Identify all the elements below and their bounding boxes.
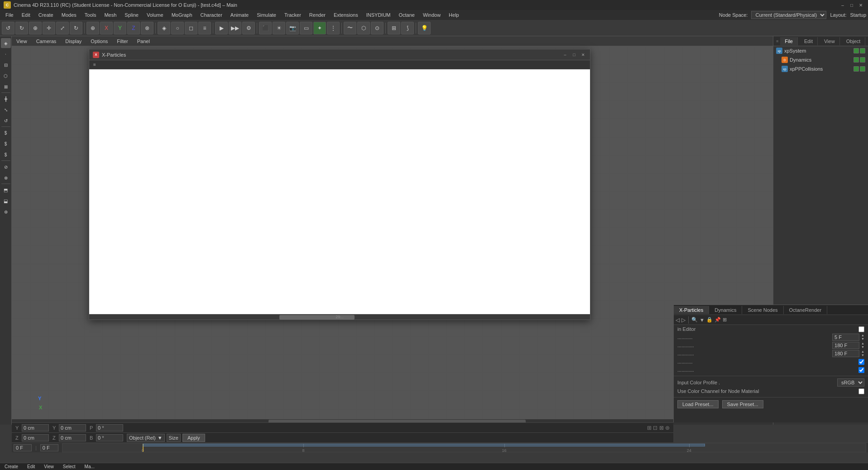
xp-maximize-btn[interactable]: □ [571, 52, 577, 58]
toolbar-z-axis[interactable]: Z [127, 22, 140, 34]
toolbar-live-select[interactable]: ⊕ [29, 22, 42, 34]
toolbar-snap[interactable]: ⊞ [388, 22, 400, 34]
left-polygons[interactable]: ⬡ [1, 71, 11, 81]
left-floor2[interactable]: ⬒ [1, 185, 11, 195]
left-scale2[interactable]: ⤡ [1, 105, 11, 115]
left-symmetry[interactable]: $ [1, 139, 11, 149]
menu-edit[interactable]: Edit [18, 11, 34, 19]
obj-check1-xppp[interactable] [854, 66, 859, 72]
left-sculpt[interactable]: ⊗ [1, 173, 11, 183]
rp-tab-object[interactable]: Object [842, 37, 866, 45]
attr-expand-icon[interactable]: ⊞ [723, 317, 727, 323]
close-button[interactable]: ✕ [857, 1, 864, 9]
rp-tab-edit[interactable]: Edit [800, 37, 818, 45]
use-color-channel-checkbox[interactable] [858, 388, 864, 394]
toolbar-render-region[interactable]: ▶ [215, 22, 228, 34]
menu-octane[interactable]: Octane [395, 11, 418, 19]
attr-tab-scenenodes[interactable]: Scene Nodes [742, 306, 783, 314]
toolbar-cube[interactable]: ⬛ [259, 22, 272, 34]
apply-button[interactable]: Apply [182, 434, 205, 442]
bottom-ma[interactable]: Ma... [82, 464, 97, 470]
timeline-range[interactable] [143, 444, 705, 446]
save-preset-button[interactable]: Save Preset... [722, 400, 763, 408]
toolbar-display[interactable]: ⊙ [371, 22, 384, 34]
left-points[interactable]: · [1, 49, 11, 59]
left-uvw[interactable]: ⊠ [1, 82, 11, 92]
rp-tab-view[interactable]: View [820, 37, 840, 45]
left-edges[interactable]: ⊟ [1, 60, 11, 70]
attr-filter-icon[interactable]: ▼ [700, 317, 705, 323]
attr-tab-octane[interactable]: OctaneRender [784, 306, 828, 314]
option1-checkbox[interactable] [858, 359, 864, 365]
left-grid2[interactable]: ⬓ [1, 196, 11, 206]
vp-view[interactable]: View [14, 38, 30, 45]
attr-tab-dynamics[interactable]: Dynamics [709, 306, 742, 314]
toolbar-y-axis[interactable]: Y [114, 22, 126, 34]
left-model-tool[interactable]: ◈ [1, 38, 11, 48]
menu-tracker[interactable]: Tracker [281, 11, 305, 19]
attr-forward-btn[interactable]: ▷ [681, 317, 686, 323]
menu-create[interactable]: Create [35, 11, 57, 19]
rp-tab-file[interactable]: File [780, 37, 798, 45]
xp-scrollbar[interactable]: 29... [89, 314, 590, 320]
menu-tools[interactable]: Tools [81, 11, 100, 19]
toolbar-object-mode[interactable]: ○ [171, 22, 184, 34]
tl-frame-input[interactable]: 0 F [14, 444, 32, 451]
toolbar-scale[interactable]: ⤢ [56, 22, 69, 34]
menu-spline[interactable]: Spline [121, 11, 142, 19]
toolbar-move[interactable]: ✛ [43, 22, 55, 34]
obj-check2-xpsystem[interactable] [860, 48, 865, 53]
bottom-view[interactable]: View [41, 464, 57, 470]
menu-volume[interactable]: Volume [143, 11, 167, 19]
z-rot-input[interactable] [59, 434, 86, 441]
obj-check2-xppp[interactable] [860, 66, 865, 72]
left-sym2[interactable]: $ [1, 150, 11, 160]
object-rel-dropdown[interactable]: Object (Rel) ▼ [127, 434, 165, 442]
attr-lock-icon[interactable]: 🔒 [706, 317, 713, 323]
left-mirror[interactable]: $ [1, 128, 11, 138]
obj-check2-dynamics[interactable] [860, 57, 865, 63]
obj-xpppcollisions[interactable]: xp xpPPCollisions [773, 64, 868, 73]
attr-tab-xparticles[interactable]: X-Particles [674, 306, 709, 314]
toolbar-world-coord[interactable]: ⊕ [86, 22, 99, 34]
toolbar-xparticles[interactable]: ✦ [313, 22, 326, 34]
toolbar-x-axis[interactable]: X [100, 22, 113, 34]
toolbar-all-axes[interactable]: ⊗ [141, 22, 153, 34]
attr-back-btn[interactable]: ◁ [676, 317, 680, 323]
minimize-button[interactable]: – [839, 1, 846, 9]
node-space-select[interactable]: Current (Standard/Physical) [751, 11, 826, 19]
vp-panel[interactable]: Panel [134, 38, 153, 45]
menu-modes[interactable]: Modes [58, 11, 80, 19]
p-input[interactable] [96, 424, 123, 431]
bottom-create[interactable]: Create [2, 464, 21, 470]
menu-character[interactable]: Character [197, 11, 226, 19]
toolbar-undo[interactable]: ↺ [2, 22, 14, 34]
toolbar-texture-mode[interactable]: ◻ [185, 22, 197, 34]
z-pos-input[interactable] [22, 434, 49, 441]
attr-search-icon[interactable]: 🔍 [691, 317, 698, 323]
left-paint[interactable]: ⊘ [1, 162, 11, 172]
timeline-frames[interactable]: 0 8 16 24 [62, 443, 866, 452]
toolbar-render-preview[interactable]: ▶▶ [229, 22, 241, 34]
xp-minimize-btn[interactable]: – [562, 52, 568, 58]
toolbar-model-mode[interactable]: ◈ [158, 22, 170, 34]
toolbar-redo[interactable]: ↻ [15, 22, 28, 34]
obj-check1-dynamics[interactable] [854, 57, 859, 63]
toolbar-render-settings[interactable]: ⚙ [242, 22, 255, 34]
y-pos-input[interactable] [22, 424, 49, 431]
vp-filter[interactable]: Filter [114, 38, 130, 45]
left-move[interactable]: ╋ [1, 94, 11, 104]
menu-mesh[interactable]: Mesh [101, 11, 120, 19]
menu-simulate[interactable]: Simulate [253, 11, 280, 19]
toolbar-magnet[interactable]: ⟆ [401, 22, 414, 34]
load-preset-button[interactable]: Load Preset... [677, 400, 719, 408]
xp-menu-icon[interactable]: ≡ [91, 61, 98, 68]
vp-options[interactable]: Options [88, 38, 110, 45]
y-rot-input[interactable] [59, 424, 86, 431]
menu-render[interactable]: Render [306, 11, 329, 19]
toolbar-deformer[interactable]: 〜 [344, 22, 356, 34]
toolbar-light[interactable]: ☀ [273, 22, 285, 34]
toolbar-cloner[interactable]: ⋮ [327, 22, 340, 34]
option2-checkbox[interactable] [858, 367, 864, 373]
size-dropdown[interactable]: Size [167, 434, 181, 442]
